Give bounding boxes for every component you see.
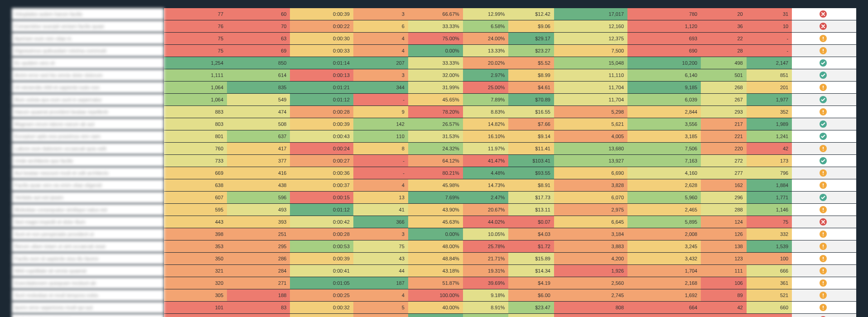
cell-c9: 10,200	[627, 57, 701, 69]
status-cell	[792, 240, 856, 253]
status-cell	[792, 228, 856, 240]
cell-c1: 760	[164, 143, 227, 155]
table-row: Veritatis aut est ipsam6075960:00:15137.…	[12, 192, 856, 204]
cell-c7: $18.50	[508, 314, 554, 317]
cell-c7: $9.06	[508, 20, 554, 33]
cell-c4: 3	[353, 8, 408, 20]
cell-c8: 3,828	[554, 179, 627, 192]
cell-c4: 43	[353, 253, 408, 265]
svg-rect-29	[823, 309, 824, 310]
svg-rect-1	[823, 40, 824, 41]
cell-c11: 1,989	[747, 118, 792, 130]
status-cell	[792, 143, 856, 155]
cell-c11: 75	[747, 216, 792, 228]
cell-c8: 17,017	[554, 8, 627, 20]
status-cell	[792, 253, 856, 265]
cell-c1: 353	[164, 240, 227, 253]
status-warn-icon	[820, 279, 827, 287]
svg-rect-20	[823, 257, 824, 259]
cell-c4: 4	[353, 289, 408, 302]
cell-c4: 3	[353, 69, 408, 82]
cell-c2: 271	[227, 277, 290, 289]
row-label: Ex quidem vero et	[12, 57, 164, 69]
row-label: Sunt molestiae et modi tempora nobis	[12, 289, 164, 302]
cell-c9: 1,704	[627, 265, 701, 277]
cell-c9: 690	[627, 45, 701, 57]
cell-c10: 36	[701, 20, 747, 33]
cell-c6: 2.97%	[463, 69, 509, 82]
cell-c3: 0:00:24	[290, 143, 353, 155]
cell-c9: 1,248	[627, 314, 701, 317]
cell-c11: 352	[747, 106, 792, 118]
table-row: Facilis eum id sapiente eius illo facere…	[12, 253, 856, 265]
cell-c1: 77	[164, 8, 227, 20]
svg-rect-14	[823, 208, 824, 210]
status-cell	[792, 204, 856, 216]
status-ok-icon	[820, 120, 827, 128]
cell-c11: 100	[747, 253, 792, 265]
status-cell	[792, 33, 856, 45]
status-cell	[792, 118, 856, 130]
table-row: Iporro error asperiores modi qui aut1018…	[12, 302, 856, 314]
cell-c9: 2,465	[627, 204, 701, 216]
cell-c11: 660	[747, 302, 792, 314]
status-cell	[792, 277, 856, 289]
cell-c3: 0:00:22	[290, 20, 353, 33]
cell-c8: 7,500	[554, 45, 627, 57]
cell-c8: 2,745	[554, 289, 627, 302]
svg-rect-12	[823, 183, 824, 186]
cell-c6: 11.97%	[463, 143, 509, 155]
cell-c2: 596	[227, 192, 290, 204]
cell-c10: 293	[701, 106, 747, 118]
cell-c1: 803	[164, 118, 227, 130]
row-label: Rerum ullam totam ut sint occaecati esse	[12, 240, 164, 253]
cell-c8: 11,704	[554, 94, 627, 106]
cell-c11: 1,884	[747, 179, 792, 192]
cell-c4: 207	[353, 57, 408, 69]
cell-c7: $12.42	[508, 8, 554, 20]
cell-c8: 3,883	[554, 240, 627, 253]
status-cell	[792, 265, 856, 277]
cell-c6: 14.73%	[463, 179, 509, 192]
cell-c4: 110	[353, 130, 408, 143]
svg-rect-10	[823, 171, 824, 173]
table-row: Ex quidem vero et1,2548500:01:1420733.33…	[12, 57, 856, 69]
cell-c5: 43.18%	[408, 265, 463, 277]
cell-c2: 438	[227, 179, 290, 192]
cell-c5: 31.53%	[408, 130, 463, 143]
cell-c8: 1,287	[554, 314, 627, 317]
cell-c6: 20.67%	[463, 204, 509, 216]
svg-rect-0	[823, 37, 824, 39]
cell-c3: 0:00:32	[290, 302, 353, 314]
cell-c9: 3,556	[627, 118, 701, 130]
cell-c7: $23.27	[508, 45, 554, 57]
status-cell	[792, 289, 856, 302]
cell-c11: 1,977	[747, 94, 792, 106]
cell-c10: 22	[701, 33, 747, 45]
cell-c11: -	[747, 33, 792, 45]
cell-c11: 10	[747, 20, 792, 33]
cell-c8: 12,375	[554, 33, 627, 45]
cell-c2: 284	[227, 265, 290, 277]
cell-c11: -	[747, 45, 792, 57]
cell-c11: 1,241	[747, 130, 792, 143]
svg-rect-3	[823, 52, 824, 53]
svg-rect-19	[823, 248, 824, 249]
cell-c10: 296	[701, 192, 747, 204]
table-row: Labore eum itationem occaecati quia veli…	[12, 143, 856, 155]
cell-c7: $8.99	[508, 69, 554, 82]
cell-c2: 474	[227, 106, 290, 118]
cell-c5: 0.00%	[408, 228, 463, 240]
cell-c1: 1,254	[164, 57, 227, 69]
cell-c9: 664	[627, 302, 701, 314]
cell-c7: $17.73	[508, 192, 554, 204]
cell-c11: 666	[747, 265, 792, 277]
cell-c10: 111	[701, 265, 747, 277]
cell-c2: 70	[227, 20, 290, 33]
cell-c2: 251	[227, 228, 290, 240]
cell-c2: 417	[227, 143, 290, 155]
cell-c2: 188	[227, 289, 290, 302]
row-label: Unde architecto quo facilis	[12, 155, 164, 167]
cell-c9: 2,844	[627, 106, 701, 118]
cell-c1: 320	[164, 277, 227, 289]
